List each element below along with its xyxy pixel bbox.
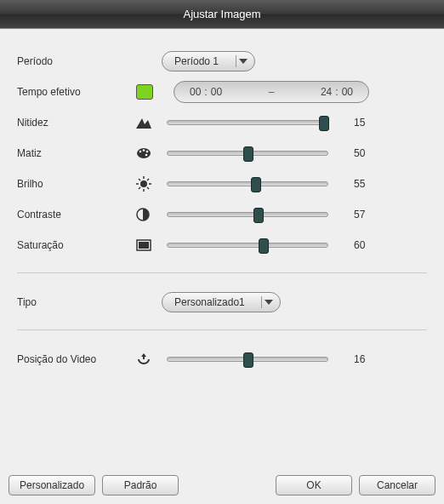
time-to-min: 00 [342, 86, 353, 98]
time-to-hour: 24 [321, 86, 332, 98]
svg-line-13 [147, 187, 149, 189]
time-range-input[interactable]: 00 : 00 – 24 : 00 [174, 81, 369, 103]
footer-buttons: Personalizado Padrão OK Cancelar [0, 475, 444, 495]
sharpness-icon [136, 117, 162, 129]
svg-marker-20 [141, 353, 146, 357]
slider-contraste[interactable] [167, 212, 328, 217]
slider-thumb[interactable] [243, 146, 253, 162]
time-separator: – [231, 86, 312, 98]
personalizado-button[interactable]: Personalizado [9, 475, 95, 495]
svg-point-7 [140, 180, 147, 187]
slider-nitidez[interactable] [167, 120, 328, 125]
palette-icon [136, 147, 162, 159]
svg-line-14 [139, 187, 140, 189]
label-periodo: Período [17, 55, 136, 67]
row-tempo: Tempo efetivo 00 : 00 – 24 : 00 [17, 77, 427, 107]
label-tempo: Tempo efetivo [17, 86, 136, 98]
svg-marker-19 [265, 300, 273, 305]
label-brilho: Brilho [17, 178, 136, 190]
tipo-select[interactable]: Personalizado1 [162, 292, 281, 312]
time-from-hour: 00 [190, 86, 201, 98]
brightness-icon [136, 176, 162, 192]
svg-point-4 [143, 149, 145, 152]
value-saturacao: 60 [354, 239, 379, 251]
chevron-down-icon [261, 296, 275, 308]
row-periodo: Período Período 1 [17, 46, 427, 77]
slider-thumb[interactable] [319, 116, 329, 131]
svg-point-3 [139, 151, 142, 153]
slider-brilho[interactable] [167, 181, 328, 186]
value-posicao: 16 [354, 353, 379, 365]
label-nitidez: Nitidez [17, 117, 136, 129]
svg-point-6 [145, 154, 148, 157]
title-bar: Ajustar Imagem [0, 0, 444, 29]
time-from-min: 00 [211, 86, 222, 98]
svg-marker-1 [136, 118, 151, 129]
cancelar-button[interactable]: Cancelar [359, 475, 435, 495]
slider-saturacao[interactable] [167, 243, 328, 248]
value-matiz: 50 [354, 147, 379, 159]
tipo-select-value: Personalizado1 [174, 296, 245, 308]
chevron-down-icon [236, 55, 249, 67]
value-contraste: 57 [354, 209, 379, 220]
svg-marker-0 [239, 59, 248, 64]
value-nitidez: 15 [354, 117, 379, 129]
section-divider [17, 272, 427, 273]
slider-thumb[interactable] [243, 352, 253, 368]
section-divider [17, 329, 427, 330]
row-saturacao: Saturação 60 [17, 230, 427, 261]
row-matiz: Matiz 50 [17, 138, 427, 169]
label-saturacao: Saturação [17, 239, 136, 251]
slider-thumb[interactable] [259, 238, 269, 254]
ok-button[interactable]: OK [276, 475, 352, 495]
slider-thumb[interactable] [253, 208, 264, 223]
slider-thumb[interactable] [251, 177, 261, 192]
svg-line-15 [147, 179, 149, 180]
active-color-chip[interactable] [136, 84, 153, 100]
label-contraste: Contraste [17, 209, 136, 220]
svg-line-12 [139, 179, 140, 180]
row-contraste: Contraste 57 [17, 199, 427, 230]
contrast-icon [136, 208, 162, 221]
slider-matiz[interactable] [167, 151, 328, 156]
slider-posicao[interactable] [167, 357, 328, 362]
label-matiz: Matiz [17, 147, 136, 159]
periodo-select-value: Período 1 [174, 55, 219, 67]
value-brilho: 55 [354, 178, 379, 190]
label-tipo: Tipo [17, 296, 136, 308]
label-posicao: Posição do Video [17, 353, 136, 365]
row-brilho: Brilho 55 [17, 169, 427, 199]
row-nitidez: Nitidez 15 [17, 107, 427, 138]
window-title: Ajustar Imagem [183, 8, 260, 20]
saturation-icon [136, 239, 162, 251]
svg-point-5 [146, 151, 149, 153]
periodo-select[interactable]: Período 1 [162, 51, 255, 72]
padrao-button[interactable]: Padrão [102, 475, 179, 495]
row-posicao: Posição do Video 16 [17, 344, 427, 375]
content-area: Período Período 1 Tempo efetivo 00 : 00 … [0, 29, 444, 383]
row-tipo: Tipo Personalizado1 [17, 287, 427, 318]
position-icon [136, 352, 162, 366]
svg-rect-18 [139, 242, 149, 249]
